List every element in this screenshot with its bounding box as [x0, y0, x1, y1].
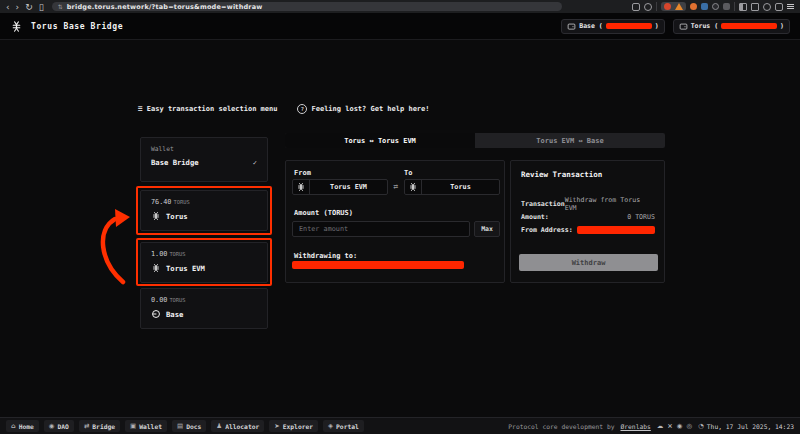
address-bar[interactable]: ⇅ bridge.torus.network/?tab=torus&mode=w…	[52, 2, 562, 11]
taskbar-item-label: Home	[19, 423, 34, 430]
taskbar-item-bridge[interactable]: ⇄ Bridge	[79, 420, 120, 432]
from-address-label: From Address:	[521, 226, 573, 234]
transaction-value: Withdraw from Torus EVM	[565, 196, 655, 212]
divider	[656, 2, 657, 11]
taskbar-item-portal[interactable]: ◈ Portal	[323, 420, 364, 432]
extensions-icon[interactable]	[763, 3, 771, 11]
taskbar-item-label: Explorer	[283, 423, 313, 430]
taskbar-item-label: Allocator	[225, 423, 259, 430]
amount-value: 0.00	[151, 296, 167, 304]
browser-extension-area	[632, 2, 794, 11]
taskbar-item-explorer[interactable]: ➤ Explorer	[269, 420, 318, 432]
bookmark-icon[interactable]: ▯	[39, 2, 44, 12]
from-label: From	[294, 169, 311, 177]
review-transaction-card: Review Transaction Transaction Withdraw …	[510, 160, 665, 283]
network-row: Torus EVM	[151, 263, 257, 273]
picture-in-picture-icon[interactable]	[751, 3, 759, 11]
taskbar-item-home[interactable]: ⌂ Home	[6, 420, 39, 432]
badge-label: Base (	[579, 22, 602, 30]
swap-direction-icon[interactable]: ⇄	[388, 182, 404, 191]
explorer-icon: ➤	[274, 423, 279, 430]
amount-label: Amount (TORUS)	[294, 209, 353, 217]
max-button[interactable]: Max	[474, 221, 500, 237]
network-row: Torus	[151, 211, 257, 221]
x-icon[interactable]: ×	[667, 423, 672, 430]
balance-card-torus[interactable]: 76.40TORUS Torus	[140, 190, 268, 231]
amount-label: Amount:	[521, 213, 549, 221]
active-extension-group	[661, 2, 686, 11]
github-icon[interactable]: ◉	[677, 423, 683, 430]
taskbar-item-wallet[interactable]: ▣ Wallet	[125, 420, 167, 432]
github-extension-icon[interactable]	[712, 3, 719, 10]
back-icon[interactable]: ‹	[6, 2, 10, 12]
amount-value: 1.00	[151, 250, 167, 258]
blue-extension-icon[interactable]	[701, 3, 708, 10]
withdrawing-to-label: Withdrawing to:	[294, 252, 357, 260]
balance-card-torus-evm[interactable]: 1.00TORUS Torus EVM	[140, 242, 268, 283]
reload-icon[interactable]: ↻	[25, 2, 33, 12]
wallet-extension-icon[interactable]	[664, 3, 671, 10]
bridge-icon: ⇄	[84, 423, 89, 430]
docs-icon: ▤	[177, 423, 183, 430]
transaction-label: Transaction	[521, 200, 565, 208]
help-link[interactable]: ? Feeling lost? Get help here!	[297, 104, 429, 114]
url-text: bridge.torus.network/?tab=torus&mode=wit…	[67, 3, 263, 11]
discord-icon[interactable]: ☁	[657, 423, 664, 430]
torus-network-icon	[405, 180, 422, 194]
shield-icon[interactable]	[775, 3, 783, 11]
taskbar-item-label: Docs	[186, 423, 201, 430]
badge-label: Torus (	[691, 22, 718, 30]
tab-torus-evm-base[interactable]: Torus EVM ↔ Base	[475, 133, 665, 148]
torus-network-icon	[293, 180, 310, 194]
torus-logo-icon	[10, 20, 23, 33]
base-balance-badge[interactable]: Base ( )	[561, 19, 664, 34]
divider	[734, 2, 735, 11]
browser-toolbar: ‹ › ↻ ▯ ⇅ bridge.torus.network/?tab=toru…	[0, 0, 800, 13]
warning-extension-icon[interactable]	[675, 3, 683, 10]
site-info-icon[interactable]: ⇅	[58, 4, 63, 10]
gray-extension-icon[interactable]	[723, 3, 730, 10]
wallet-icon	[567, 22, 576, 31]
amount-unit: TORUS	[173, 199, 189, 205]
taskbar-item-dao[interactable]: ◉ DAO	[44, 420, 74, 432]
taskbar-right: Protocol core development by Ørenlabs ☁ …	[508, 422, 794, 430]
sidebar-toggle-icon[interactable]	[739, 3, 747, 11]
amount-input[interactable]	[292, 221, 470, 237]
badge-label: )	[780, 22, 784, 30]
browser-menu-icon[interactable]	[787, 6, 794, 7]
withdraw-button[interactable]: Withdraw	[519, 254, 658, 271]
taskbar-item-docs[interactable]: ▤ Docs	[172, 420, 206, 432]
firefox-extension-icon[interactable]	[690, 3, 697, 10]
torus-network-icon	[151, 263, 161, 273]
tab-torus-torus-evm[interactable]: Torus ↔ Torus EVM	[285, 133, 475, 148]
torus-balance-badge[interactable]: Torus ( )	[673, 19, 790, 34]
wallet-icon	[679, 22, 688, 31]
wallet-section-label: Wallet	[151, 145, 257, 152]
to-network-select[interactable]: Torus	[404, 179, 500, 195]
to-label: To	[404, 169, 412, 177]
review-rows: Transaction Withdraw from Torus EVM Amou…	[521, 199, 655, 234]
bridge-tabs: Torus ↔ Torus EVM Torus EVM ↔ Base	[285, 133, 665, 148]
base-network-icon	[151, 309, 161, 319]
from-network-select[interactable]: Torus EVM	[292, 179, 388, 195]
taskbar-item-allocator[interactable]: ♟ Allocator	[211, 420, 264, 432]
list-icon: ≡	[138, 105, 143, 113]
transaction-selection-menu[interactable]: ≡ Easy transaction selection menu	[138, 105, 277, 113]
telegram-icon[interactable]: ◎	[686, 423, 692, 430]
help-label: Feeling lost? Get help here!	[311, 105, 429, 113]
forward-icon[interactable]: ›	[16, 2, 20, 12]
renlabs-link[interactable]: Ørenlabs	[620, 423, 650, 430]
transaction-menu-label: Easy transaction selection menu	[147, 105, 278, 113]
balance-card-base[interactable]: 0.00TORUS Base	[140, 288, 268, 329]
container-icon[interactable]	[644, 3, 652, 11]
balance-amount: 0.00TORUS	[151, 296, 257, 304]
screen: ‹ › ↻ ▯ ⇅ bridge.torus.network/?tab=toru…	[0, 0, 800, 434]
redacted-from-address	[577, 226, 655, 234]
translate-icon[interactable]	[632, 3, 640, 11]
main-content: ≡ Easy transaction selection menu ? Feel…	[0, 40, 800, 417]
torus-network-icon	[151, 211, 161, 221]
wallet-selector[interactable]: Base Bridge ✓	[151, 158, 257, 167]
review-title: Review Transaction	[521, 170, 602, 179]
taskbar: ⌂ Home ◉ DAO ⇄ Bridge ▣ Wallet ▤ Docs ♟ …	[0, 417, 800, 434]
wallet-icon: ▣	[130, 423, 136, 430]
